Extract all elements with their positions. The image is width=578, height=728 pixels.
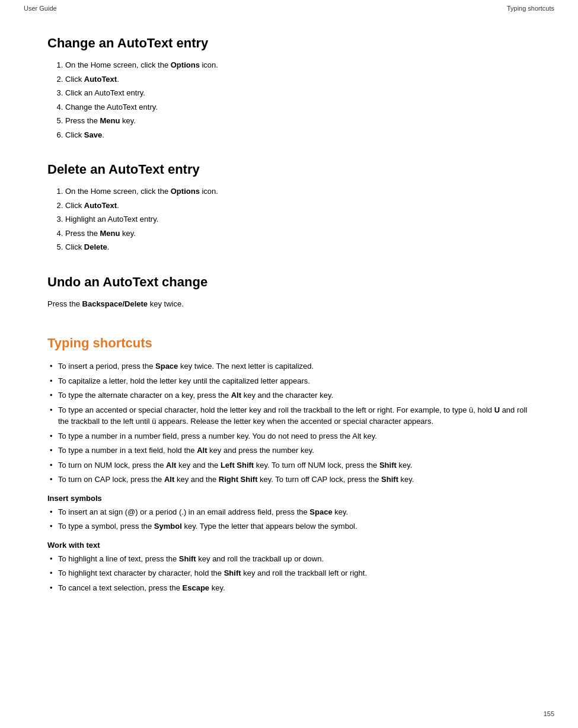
page-number: 155 bbox=[544, 710, 554, 717]
list-item: To turn on NUM lock, press the Alt key a… bbox=[47, 459, 531, 471]
undo-autotext-title: Undo an AutoText change bbox=[47, 274, 531, 290]
delete-autotext-list: On the Home screen, click the Options ic… bbox=[47, 186, 531, 253]
list-item: To highlight text character by character… bbox=[47, 567, 531, 579]
list-item: To capitalize a letter, hold the letter … bbox=[47, 375, 531, 387]
list-item: To type a symbol, press the Symbol key. … bbox=[47, 521, 531, 532]
list-item: To turn on CAP lock, press the Alt key a… bbox=[47, 474, 531, 486]
list-item: To insert a period, press the Space key … bbox=[47, 360, 531, 372]
work-with-text-list: To highlight a line of text, press the S… bbox=[47, 553, 531, 594]
delete-autotext-title: Delete an AutoText entry bbox=[47, 162, 531, 177]
header-right: Typing shortcuts bbox=[507, 5, 554, 12]
list-item: Press the Menu key. bbox=[65, 228, 531, 240]
header-left: User Guide bbox=[24, 5, 57, 12]
list-item: To highlight a line of text, press the S… bbox=[47, 553, 531, 565]
change-autotext-list: On the Home screen, click the Options ic… bbox=[47, 59, 531, 141]
list-item: To cancel a text selection, press the Es… bbox=[47, 582, 531, 594]
list-item: Click AutoText. bbox=[65, 200, 531, 212]
list-item: To type a number in a number field, pres… bbox=[47, 430, 531, 442]
list-item: On the Home screen, click the Options ic… bbox=[65, 186, 531, 197]
list-item: Click Save. bbox=[65, 129, 531, 141]
list-item: Click AutoText. bbox=[65, 74, 531, 85]
typing-shortcuts-title: Typing shortcuts bbox=[47, 336, 531, 351]
list-item: To type the alternate character on a key… bbox=[47, 389, 531, 401]
list-item: To insert an at sign (@) or a period (.)… bbox=[47, 506, 531, 518]
typing-shortcuts-main-list: To insert a period, press the Space key … bbox=[47, 360, 531, 486]
page-content: Change an AutoText entry On the Home scr… bbox=[0, 12, 578, 636]
work-with-text-title: Work with text bbox=[47, 541, 531, 550]
change-autotext-title: Change an AutoText entry bbox=[47, 36, 531, 51]
page-header: User Guide Typing shortcuts bbox=[0, 0, 578, 12]
list-item: Highlight an AutoText entry. bbox=[65, 213, 531, 225]
list-item: Press the Menu key. bbox=[65, 115, 531, 127]
insert-symbols-title: Insert symbols bbox=[47, 494, 531, 503]
list-item: On the Home screen, click the Options ic… bbox=[65, 59, 531, 71]
undo-autotext-text: Press the Backspace/Delete key twice. bbox=[47, 298, 531, 310]
list-item: Change the AutoText entry. bbox=[65, 101, 531, 113]
list-item: Click an AutoText entry. bbox=[65, 87, 531, 99]
list-item: To type an accented or special character… bbox=[47, 404, 531, 427]
insert-symbols-list: To insert an at sign (@) or a period (.)… bbox=[47, 506, 531, 532]
list-item: Click Delete. bbox=[65, 241, 531, 253]
list-item: To type a number in a text field, hold t… bbox=[47, 445, 531, 456]
